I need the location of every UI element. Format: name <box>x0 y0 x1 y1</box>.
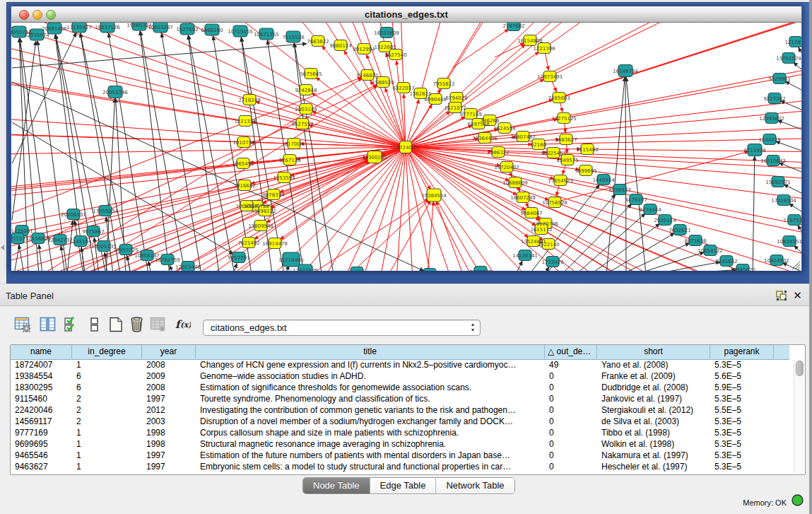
graph-node-label: 8990448 <box>424 97 446 103</box>
graph-edge[interactable] <box>550 23 659 76</box>
graph-edge[interactable] <box>799 47 801 53</box>
close-panel-icon[interactable]: ✕ <box>792 290 803 301</box>
column-header-year[interactable]: year <box>142 345 196 358</box>
graph-edge[interactable] <box>625 77 626 271</box>
graph-edge[interactable] <box>444 23 481 83</box>
table-row[interactable]: 911546021997Tourette syndrome. Phenomeno… <box>11 393 789 404</box>
resize-grip-icon[interactable] <box>791 261 801 270</box>
cell-out-de-: 0 <box>549 382 594 392</box>
graph-edge[interactable] <box>367 54 406 147</box>
graph-edge[interactable] <box>11 147 405 188</box>
graph-edge[interactable] <box>139 23 405 146</box>
graph-node-label: 12035974 <box>24 33 49 38</box>
graph-edge[interactable] <box>434 195 478 271</box>
graph-edge[interactable] <box>776 141 802 151</box>
scrollbar-thumb[interactable] <box>796 361 804 376</box>
table-row[interactable]: 946362711997Embryonic stem cells: a mode… <box>11 461 789 472</box>
graph-edge[interactable] <box>189 35 235 271</box>
graph-edge[interactable] <box>322 46 406 147</box>
select-rows-icon[interactable] <box>64 316 81 333</box>
column-header-title[interactable]: title <box>196 345 545 358</box>
graph-edge[interactable] <box>242 37 284 271</box>
graph-edge[interactable] <box>495 43 524 57</box>
table-row[interactable]: 1830029562008Estimation of significance … <box>11 382 789 393</box>
graph-node-label: 7955812 <box>433 81 454 87</box>
show-columns-icon[interactable] <box>40 316 57 333</box>
function-builder-icon[interactable]: f(x) <box>174 316 191 333</box>
graph-edge[interactable] <box>428 201 433 271</box>
graph-edge[interactable] <box>555 151 748 202</box>
graph-node-label: 18945620 <box>730 267 755 271</box>
graph-edge[interactable] <box>11 185 245 240</box>
graph-edge[interactable] <box>188 35 219 271</box>
table-vertical-scrollbar[interactable] <box>794 360 804 473</box>
graph-edge[interactable] <box>606 77 625 271</box>
graph-edge[interactable] <box>241 37 272 271</box>
tab-node-table[interactable]: Node Table <box>303 478 370 493</box>
row-height-icon[interactable] <box>86 316 103 333</box>
graph-edge[interactable] <box>587 149 801 152</box>
graph-node-label: 9242848 <box>295 88 317 93</box>
graph-edge[interactable] <box>784 185 801 193</box>
graph-edge[interactable] <box>789 204 801 211</box>
table-row[interactable]: 1872400712008Changes of HCN gene express… <box>11 359 789 370</box>
graph-edge[interactable] <box>406 147 801 253</box>
collapse-panel-arrow-icon[interactable] <box>1 245 4 250</box>
network-view-canvas[interactable]: 1405571312035974206914061713541718837126… <box>11 23 801 271</box>
delete-table-disabled-icon[interactable] <box>150 316 167 333</box>
graph-edge[interactable] <box>61 246 65 271</box>
table-row[interactable]: 977716911998Corpus callosum shape and si… <box>11 427 789 438</box>
graph-edge[interactable] <box>794 62 801 69</box>
table-row[interactable]: 969969511998Structural magnetic resonanc… <box>11 438 789 450</box>
column-header-pagerank[interactable]: pagerank <box>710 345 774 358</box>
graph-node[interactable] <box>423 269 436 271</box>
table-options-icon[interactable] <box>14 316 31 333</box>
network-table-selector[interactable]: citations_edges.txt ▲▼ <box>203 320 481 336</box>
delete-columns-icon[interactable] <box>129 316 146 333</box>
graph-edge[interactable] <box>777 120 801 129</box>
graph-edge[interactable] <box>436 201 463 271</box>
graph-edge[interactable] <box>11 83 245 121</box>
graph-node-label: 8878334 <box>262 192 285 198</box>
graph-node-label: 1615112 <box>530 227 552 233</box>
column-header-in-degree[interactable]: in_degree <box>72 345 142 358</box>
graph-edge[interactable] <box>452 29 509 68</box>
graph-edge[interactable] <box>562 204 632 271</box>
graph-edge[interactable] <box>127 256 131 271</box>
create-column-icon[interactable] <box>107 316 124 333</box>
cell-title: Corpus callosum shape and size in male p… <box>200 428 542 438</box>
column-header-short[interactable]: short <box>597 345 710 358</box>
graph-edge[interactable] <box>350 199 429 271</box>
graph-edge[interactable] <box>785 81 801 90</box>
graph-edge[interactable] <box>798 226 801 231</box>
graph-edge[interactable] <box>621 243 690 271</box>
graph-edge[interactable] <box>457 23 534 98</box>
graph-edge[interactable] <box>39 245 42 271</box>
graph-edge[interactable] <box>170 265 173 271</box>
graph-edge[interactable] <box>389 201 431 271</box>
column-header-name[interactable]: name <box>11 345 72 358</box>
table-row[interactable]: 2242004622012Investigating the contribut… <box>11 404 789 416</box>
graph-edge[interactable] <box>636 252 704 271</box>
graph-edge[interactable] <box>753 156 755 271</box>
cell-name: 18724007 <box>15 360 69 370</box>
table-row[interactable]: 1456911722003Disruption of a novel membe… <box>11 416 789 427</box>
graph-node-label: 10756928 <box>542 200 567 206</box>
graph-edge[interactable] <box>406 100 419 147</box>
graph-edge[interactable] <box>12 44 307 68</box>
memory-led-icon[interactable] <box>792 494 804 506</box>
graph-edge[interactable] <box>507 167 801 225</box>
graph-edge[interactable] <box>559 23 792 98</box>
table-row[interactable]: 1938455462009Genome–wide association stu… <box>11 370 789 382</box>
column-header-out-de-[interactable]: △ out_de… <box>545 345 597 358</box>
tab-edge-table[interactable]: Edge Table <box>370 478 437 493</box>
float-panel-icon[interactable] <box>776 290 787 301</box>
graph-edge[interactable] <box>45 23 405 147</box>
graph-node-label: 9777169 <box>459 112 481 117</box>
tab-network-table[interactable]: Network Table <box>436 478 514 493</box>
table-row[interactable]: 946554611997Estimation of the future num… <box>11 450 789 461</box>
network-window-titlebar[interactable]: citations_edges.txt <box>11 6 801 23</box>
graph-edge[interactable] <box>669 270 736 271</box>
graph-edge[interactable] <box>544 267 549 271</box>
cell-short: Hescheler et al. (1997) <box>601 462 707 472</box>
